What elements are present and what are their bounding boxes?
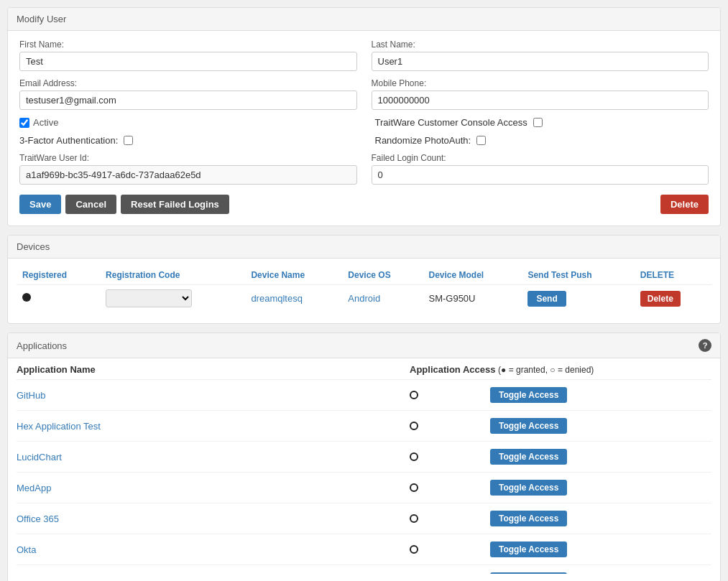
app-access-cell: Toggle Access bbox=[410, 449, 711, 465]
mobile-input[interactable] bbox=[372, 90, 709, 110]
devices-title: Devices bbox=[8, 236, 720, 259]
list-item: OktaToggle Access bbox=[17, 534, 711, 565]
registration-code-select[interactable] bbox=[106, 289, 192, 307]
table-row: dreamqltesq Android SM-G950U Send Delete bbox=[17, 285, 711, 312]
col-registered: Registered bbox=[17, 266, 100, 285]
toggle-access-button[interactable]: Toggle Access bbox=[490, 572, 567, 574]
app-name: Office 365 bbox=[17, 513, 410, 524]
access-dot bbox=[410, 514, 418, 523]
info-icon[interactable]: ? bbox=[699, 339, 711, 352]
registered-dot bbox=[22, 293, 31, 302]
app-name: GitHub bbox=[17, 390, 410, 401]
toggle-access-button[interactable]: Toggle Access bbox=[490, 387, 567, 403]
delete-button[interactable]: Delete bbox=[660, 195, 709, 214]
access-dot bbox=[410, 483, 418, 492]
form-buttons: Save Cancel Reset Failed Logins Delete bbox=[19, 195, 709, 214]
access-dot bbox=[410, 391, 418, 399]
name-row: First Name: Last Name: bbox=[19, 39, 709, 71]
col-device-os: Device OS bbox=[342, 266, 423, 285]
col-access-legend: (● = granted, ○ = denied) bbox=[498, 365, 594, 375]
apps-column-header: Application Name Application Access (● =… bbox=[17, 358, 711, 380]
randomize-photo-label: Randomize PhotoAuth: bbox=[375, 135, 471, 146]
email-input[interactable] bbox=[19, 90, 357, 110]
col-access-label: Application Access bbox=[410, 364, 495, 375]
col-device-model: Device Model bbox=[423, 266, 522, 285]
device-os-link[interactable]: Android bbox=[348, 293, 380, 304]
factor-photo-row: 3-Factor Authentication: Randomize Photo… bbox=[19, 135, 709, 146]
applications-title: Applications bbox=[17, 340, 67, 351]
last-name-group: Last Name: bbox=[372, 39, 709, 71]
applications-header: Applications ? bbox=[8, 333, 720, 358]
access-dot bbox=[410, 422, 418, 430]
device-model-cell: SM-G950U bbox=[423, 285, 522, 312]
col-delete: DELETE bbox=[635, 266, 711, 285]
traitware-id-label: TraitWare User Id: bbox=[19, 153, 357, 163]
applications-body: Application Name Application Access (● =… bbox=[8, 358, 720, 581]
applications-panel: Applications ? Application Name Applicat… bbox=[7, 333, 721, 581]
traitware-id-input[interactable] bbox=[19, 165, 357, 185]
last-name-input[interactable] bbox=[372, 52, 709, 71]
active-group: Active bbox=[19, 117, 58, 128]
app-name: Hex Application Test bbox=[17, 421, 410, 432]
failed-login-input[interactable] bbox=[372, 165, 709, 185]
devices-header-row: Registered Registration Code Device Name… bbox=[17, 266, 711, 285]
col-app-name: Application Name bbox=[17, 364, 410, 375]
first-name-input[interactable] bbox=[19, 52, 357, 71]
app-access-cell: Toggle Access bbox=[410, 572, 711, 574]
list-item: RingCentralToggle Access bbox=[17, 565, 711, 574]
reset-failed-logins-button[interactable]: Reset Failed Logins bbox=[121, 195, 229, 214]
app-access-cell: Toggle Access bbox=[410, 387, 711, 403]
app-name: LucidChart bbox=[17, 452, 410, 463]
col-access: Application Access (● = granted, ○ = den… bbox=[410, 364, 711, 375]
cancel-button[interactable]: Cancel bbox=[65, 195, 116, 214]
device-name-cell: dreamqltesq bbox=[245, 285, 342, 312]
toggle-access-button[interactable]: Toggle Access bbox=[490, 542, 567, 557]
app-access-cell: Toggle Access bbox=[410, 480, 711, 496]
three-factor-label: 3-Factor Authentication: bbox=[19, 135, 118, 146]
app-access-cell: Toggle Access bbox=[410, 511, 711, 526]
col-reg-code: Registration Code bbox=[100, 266, 245, 285]
app-name: MedApp bbox=[17, 483, 410, 493]
id-login-row: TraitWare User Id: Failed Login Count: bbox=[19, 153, 709, 185]
traitware-console-checkbox[interactable] bbox=[533, 118, 543, 127]
send-push-cell: Send bbox=[522, 285, 634, 312]
devices-body: Registered Registration Code Device Name… bbox=[8, 259, 720, 323]
col-device-name: Device Name bbox=[245, 266, 342, 285]
toggle-access-button[interactable]: Toggle Access bbox=[490, 511, 567, 526]
modify-user-title: Modify User bbox=[8, 8, 720, 31]
col-send-test-push: Send Test Push bbox=[522, 266, 634, 285]
first-name-label: First Name: bbox=[19, 39, 357, 50]
list-item: Hex Application TestToggle Access bbox=[17, 411, 711, 442]
randomize-photo-checkbox[interactable] bbox=[476, 136, 486, 145]
toggle-access-button[interactable]: Toggle Access bbox=[490, 449, 567, 465]
registered-cell bbox=[17, 285, 100, 312]
app-access-cell: Toggle Access bbox=[410, 418, 711, 434]
delete-device-button[interactable]: Delete bbox=[640, 291, 681, 307]
devices-panel: Devices Registered Registration Code Dev… bbox=[7, 235, 721, 324]
devices-table: Registered Registration Code Device Name… bbox=[17, 266, 711, 312]
mobile-group: Mobile Phone: bbox=[372, 78, 709, 110]
device-name-link[interactable]: dreamqltesq bbox=[251, 293, 303, 304]
toggle-access-button[interactable]: Toggle Access bbox=[490, 418, 567, 434]
modify-user-panel: Modify User First Name: Last Name: Email… bbox=[7, 7, 721, 226]
app-name: Okta bbox=[17, 544, 410, 555]
device-os-cell: Android bbox=[342, 285, 423, 312]
toggle-access-button[interactable]: Toggle Access bbox=[490, 480, 567, 496]
list-item: MedAppToggle Access bbox=[17, 473, 711, 503]
send-push-button[interactable]: Send bbox=[527, 291, 566, 307]
first-name-group: First Name: bbox=[19, 39, 357, 71]
three-factor-checkbox[interactable] bbox=[124, 136, 133, 145]
access-dot bbox=[410, 545, 418, 554]
reg-code-cell bbox=[100, 285, 245, 312]
list-item: GitHubToggle Access bbox=[17, 380, 711, 411]
last-name-label: Last Name: bbox=[372, 39, 709, 50]
mobile-label: Mobile Phone: bbox=[372, 78, 709, 88]
contact-row: Email Address: Mobile Phone: bbox=[19, 78, 709, 110]
active-checkbox[interactable] bbox=[19, 118, 29, 128]
list-item: LucidChartToggle Access bbox=[17, 442, 711, 473]
email-group: Email Address: bbox=[19, 78, 357, 110]
save-button[interactable]: Save bbox=[19, 195, 61, 214]
active-label: Active bbox=[33, 117, 58, 128]
applications-list: GitHubToggle AccessHex Application TestT… bbox=[17, 380, 711, 574]
email-label: Email Address: bbox=[19, 78, 357, 88]
